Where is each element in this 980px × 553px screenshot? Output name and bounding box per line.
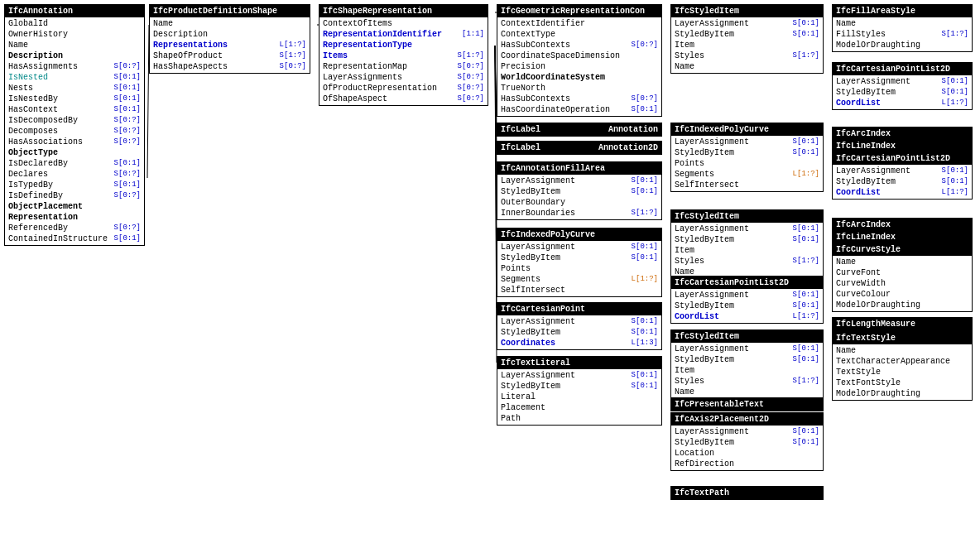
box-body-productdef: Name Description RepresentationsL[1:?] S… xyxy=(150,17,310,73)
row: TextCharacterAppearance xyxy=(836,356,968,367)
box-header-label1: IfcLabel Annotation xyxy=(497,123,661,136)
box-header-label2: IfcLabel Annotation2D xyxy=(497,142,661,154)
row: HasSubContextsS[0:?] xyxy=(501,40,658,50)
row: Representation xyxy=(8,212,141,223)
uml-box-indexedpolycurve1: IfcIndexedPolyCurve LayerAssignmentS[0:1… xyxy=(497,228,662,297)
box-header-arcindex2: IfcArcIndex xyxy=(833,219,972,231)
uml-box-styleditem3: IfcStyledItem LayerAssignmentS[0:1] Styl… xyxy=(670,329,824,399)
uml-box-cartesianpointlist2d2: IfcCartesianPointList2D LayerAssignmentS… xyxy=(832,62,973,110)
box-body-annotation: GlobalId OwnerHistory Name Description H… xyxy=(5,17,144,245)
row: RepresentationMapS[0:?] xyxy=(323,61,484,72)
box-body-textliteral: LayerAssignmentS[0:1] StyledByItemS[0:1]… xyxy=(497,369,661,425)
uml-box-fillareastyle: IfcFillAreaStyle Name FillStylesS[1:?] M… xyxy=(832,4,973,52)
uml-box-textstyle: IfcTextStyle Name TextCharacterAppearanc… xyxy=(832,331,973,401)
box-header-textpath: IfcTextPath xyxy=(671,487,823,499)
box-body-cartesianpoint: LayerAssignmentS[0:1] StyledByItemS[0:1]… xyxy=(497,315,661,349)
row: LayerAssignmentS[0:1] xyxy=(675,290,819,301)
row: StyledByItemS[0:1] xyxy=(675,29,819,40)
box-header-cartesianpointlist2d3: IfcCartesianPointList2D xyxy=(833,152,972,165)
uml-box-cartesianpointlist2d3: IfcCartesianPointList2D LayerAssignmentS… xyxy=(832,151,973,200)
row: IsNestedS[0:1] xyxy=(8,72,141,83)
row: CoordinateSpaceDimension xyxy=(501,50,658,61)
uml-box-textpath: IfcTextPath xyxy=(670,486,824,500)
box-header-styleditem3: IfcStyledItem xyxy=(671,330,823,343)
row: HasShapeAspectsS[0:?] xyxy=(153,61,306,72)
row: CoordinatesL[1:3] xyxy=(501,338,658,349)
row: Item xyxy=(675,40,819,50)
row: Name xyxy=(8,40,141,50)
box-header-textstyle: IfcTextStyle xyxy=(833,332,972,344)
row: GlobalId xyxy=(8,18,141,29)
box-header-lineindex1: IfcLineIndex xyxy=(833,140,972,152)
row: Location xyxy=(675,448,819,459)
uml-box-annotation: IfcAnnotation GlobalId OwnerHistory Name… xyxy=(4,4,145,246)
row: ModelOrDraughting xyxy=(836,40,968,50)
box-header-fillareastyle: IfcFillAreaStyle xyxy=(833,5,972,17)
uml-box-presentabletext: IfcPresentableText xyxy=(670,397,824,411)
box-body-styleditem2: LayerAssignmentS[0:1] StyledByItemS[0:1]… xyxy=(671,223,823,278)
box-header-indexedpolycurve2: IfcIndexedPolyCurve xyxy=(671,123,823,136)
row: LayerAssignmentS[0:1] xyxy=(836,76,968,87)
row: ContextType xyxy=(501,29,658,40)
row: LayerAssignmentS[0:1] xyxy=(675,137,819,147)
box-header-lineindex2: IfcLineIndex xyxy=(833,231,972,243)
row: HasAssociationsS[0:?] xyxy=(8,137,141,147)
row: StyledByItemS[0:1] xyxy=(501,327,658,338)
box-body-cartesianpointlist2d3: LayerAssignmentS[0:1] StyledByItemS[0:1]… xyxy=(833,165,972,199)
box-header-annotation: IfcAnnotation xyxy=(5,5,144,17)
row: LayerAssignmentS[0:1] xyxy=(501,370,658,381)
row: Description xyxy=(8,50,141,61)
uml-box-shaperep: IfcShapeRepresentation ContextOfItems Re… xyxy=(319,4,488,106)
row: OfShapeAspectS[0:?] xyxy=(323,94,484,104)
row: StylesS[1:?] xyxy=(675,50,819,61)
row: ReferencedByS[0:?] xyxy=(8,223,141,233)
row: InnerBoundariesS[1:?] xyxy=(501,208,658,219)
row: TrueNorth xyxy=(501,83,658,94)
row: TextStyle xyxy=(836,367,968,377)
box-body-geomcontext: ContextIdentifier ContextType HasSubCont… xyxy=(497,17,661,116)
row: FillStylesS[1:?] xyxy=(836,29,968,40)
row: CurveColour xyxy=(836,289,968,300)
row: ContainedInStructureS[0:1] xyxy=(8,233,141,244)
row: CoordListL[1:?] xyxy=(675,311,819,322)
row: Points xyxy=(675,158,819,169)
box-body-axis2placement2d: LayerAssignmentS[0:1] StyledByItemS[0:1]… xyxy=(671,426,823,470)
box-body-indexedpolycurve1: LayerAssignmentS[0:1] StyledByItemS[0:1]… xyxy=(497,241,661,296)
row: ModelOrDraughting xyxy=(836,388,968,399)
row: StyledByItemS[0:1] xyxy=(836,87,968,98)
row: Path xyxy=(501,413,658,424)
row: StyledByItemS[0:1] xyxy=(675,301,819,311)
row: ShapeOfProductS[1:?] xyxy=(153,50,306,61)
row: Name xyxy=(836,257,968,267)
row: RepresentationType xyxy=(323,40,484,50)
row: LayerAssignmentsS[0:?] xyxy=(323,72,484,83)
row: Name xyxy=(675,61,819,72)
row: Item xyxy=(675,245,819,256)
box-header-presentabletext: IfcPresentableText xyxy=(671,398,823,411)
row: CurveFont xyxy=(836,267,968,278)
box-header-cartesianpoint: IfcCartesianPoint xyxy=(497,303,661,315)
box-body-textstyle: Name TextCharacterAppearance TextStyle T… xyxy=(833,344,972,400)
row: IsDefinedByS[0:?] xyxy=(8,190,141,201)
box-body-cartesianpointlist2d2: LayerAssignmentS[0:1] StyledByItemS[0:1]… xyxy=(833,75,972,109)
row: Description xyxy=(153,29,306,40)
row: StyledByItemS[0:1] xyxy=(675,234,819,245)
box-header-styleditem1: IfcStyledItem xyxy=(671,5,823,17)
row: ObjectType xyxy=(8,147,141,158)
box-header-axis2placement2d: IfcAxis2Placement2D xyxy=(671,413,823,426)
row: LayerAssignmentS[0:1] xyxy=(836,166,968,176)
row: Name xyxy=(836,345,968,356)
row: LayerAssignmentS[0:1] xyxy=(501,242,658,252)
row: StyledByItemS[0:1] xyxy=(836,176,968,187)
box-header-styleditem2: IfcStyledItem xyxy=(671,210,823,223)
box-body-cartesianpointlist2d1: LayerAssignmentS[0:1] StyledByItemS[0:1]… xyxy=(671,289,823,323)
uml-box-textliteral: IfcTextLiteral LayerAssignmentS[0:1] Sty… xyxy=(497,356,662,426)
row: RepresentationIdentifier[1:1] xyxy=(323,29,484,40)
box-header-lengthmeasure: IfcLengthMeasure xyxy=(833,318,972,330)
uml-box-axis2placement2d: IfcAxis2Placement2D LayerAssignmentS[0:1… xyxy=(670,412,824,471)
uml-box-curvestyle: IfcCurveStyle Name CurveFont CurveWidth … xyxy=(832,243,973,312)
box-header-curvestyle: IfcCurveStyle xyxy=(833,243,972,256)
box-header-indexedpolycurve1: IfcIndexedPolyCurve xyxy=(497,228,661,241)
row: ContextOfItems xyxy=(323,18,484,29)
row: OuterBoundary xyxy=(501,197,658,208)
